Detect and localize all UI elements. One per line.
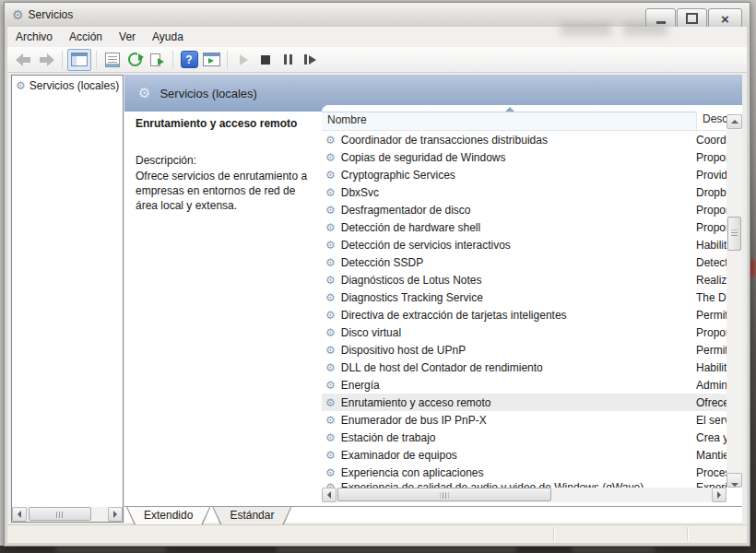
stop-service-icon — [261, 55, 270, 65]
view-tab[interactable]: Extendido — [126, 507, 210, 525]
service-row[interactable]: ⚙ Coordinador de transacciones distribui… — [322, 131, 726, 148]
service-row[interactable]: ⚙ Directiva de extracción de tarjetas in… — [322, 306, 726, 324]
service-name: Enumerador de bus IP PnP-X — [341, 414, 487, 427]
service-description: Dropbox — [696, 186, 726, 199]
refresh-button[interactable] — [124, 50, 146, 70]
tree-item-services-local[interactable]: ⚙ Servicios (locales) — [12, 76, 123, 94]
view-tabs: Extendido Estándar — [124, 506, 742, 526]
properties-button[interactable] — [101, 50, 124, 70]
stop-service-button[interactable] — [254, 50, 277, 70]
service-row[interactable]: ⚙ DbxSvc Dropbox — [322, 183, 726, 201]
service-name: Detección de hardware shell — [341, 221, 480, 234]
column-header-nombre[interactable]: Nombre — [322, 112, 696, 130]
toolbar: ? — [7, 47, 747, 73]
scroll-left-button[interactable] — [322, 488, 337, 502]
service-row[interactable]: ⚙ Energía Administra — [322, 376, 726, 394]
scroll-left-button[interactable] — [12, 507, 27, 522]
show-extended-view-button[interactable] — [200, 50, 222, 70]
service-name: DLL de host del Contador de rendimiento — [341, 361, 543, 374]
service-row[interactable]: ⚙ Disco virtual Proporci — [322, 324, 726, 341]
service-row[interactable]: ⚙ Dispositivo host de UPnP Permite — [322, 341, 726, 359]
scrollbar-track[interactable] — [337, 488, 712, 502]
restart-service-icon — [304, 54, 316, 65]
banner-title: Servicios (locales) — [159, 87, 256, 100]
service-name-cell: ⚙ Energía — [322, 379, 696, 392]
help-icon: ? — [181, 51, 198, 68]
service-row[interactable]: ⚙ Copias de seguridad de Windows Proporc… — [322, 148, 726, 166]
scroll-right-button[interactable] — [108, 507, 123, 522]
service-description: Proporci — [696, 151, 726, 164]
work-area: ⚙ Servicios (locales) ⚙ Servicios (local… — [7, 73, 747, 524]
service-row[interactable]: ⚙ DLL de host del Contador de rendimient… — [322, 359, 726, 376]
scroll-up-icon — [731, 120, 738, 124]
service-row[interactable]: ⚙ Detección SSDP Detecta — [322, 253, 726, 271]
service-row[interactable]: ⚙ Desfragmentador de disco Proporci — [322, 201, 726, 218]
menu-item[interactable]: Ayuda — [144, 28, 192, 46]
restart-service-button[interactable] — [299, 50, 321, 70]
service-row[interactable]: ⚙ Diagnostics Tracking Service The Diag — [322, 288, 726, 306]
help-button[interactable]: ? — [178, 50, 200, 70]
close-button[interactable]: × — [708, 8, 742, 29]
view-tab-label: Extendido — [144, 509, 193, 522]
background-bleed-smudge — [561, 23, 611, 35]
service-description: Coordina — [696, 134, 726, 147]
show-console-tree-button[interactable] — [67, 49, 91, 71]
window-title: Servicios — [29, 8, 74, 21]
menu-item[interactable]: Acción — [61, 28, 111, 46]
start-service-icon — [240, 54, 248, 65]
service-name: DbxSvc — [341, 186, 379, 199]
scroll-right-icon — [717, 491, 721, 499]
scrollbar-thumb[interactable] — [29, 507, 91, 521]
service-gear-icon: ⚙ — [325, 432, 336, 443]
tree-horizontal-scrollbar[interactable] — [12, 507, 123, 522]
list-horizontal-scrollbar[interactable] — [322, 488, 726, 502]
service-row[interactable]: ⚙ Diagnósticos de Lotus Notes Realiza — [322, 271, 726, 288]
service-description: Habilita — [696, 361, 726, 374]
column-header-descripcion[interactable]: Descripción — [696, 112, 726, 130]
service-name: Diagnostics Tracking Service — [341, 291, 483, 304]
menu-item[interactable]: Ver — [111, 28, 144, 46]
pause-service-button[interactable] — [277, 50, 299, 70]
tree-item-label: Servicios (locales) — [30, 79, 119, 92]
scroll-right-button[interactable] — [712, 488, 726, 502]
export-list-button[interactable] — [146, 50, 168, 70]
service-row[interactable]: ⚙ Experiencia con aplicaciones Procesa — [322, 464, 726, 481]
taskbar-smudge — [277, 547, 516, 551]
service-name: Diagnósticos de Lotus Notes — [341, 274, 482, 287]
scroll-up-button[interactable] — [726, 114, 742, 129]
service-row[interactable]: ⚙ Estación de trabajo Crea y m — [322, 429, 726, 446]
service-row[interactable]: ⚙ Enrutamiento y acceso remoto Ofrece se — [322, 394, 726, 411]
service-row[interactable]: ⚙ Cryptographic Services Provides — [322, 166, 726, 183]
service-row[interactable]: ⚙ Detección de hardware shell Proporci — [322, 218, 726, 236]
scrollbar-thumb[interactable] — [337, 488, 551, 501]
service-row[interactable]: ⚙ Examinador de equipos Mantien — [322, 446, 726, 464]
view-tab[interactable]: Estándar — [212, 507, 291, 525]
service-name-cell: ⚙ Experiencia con aplicaciones — [322, 466, 696, 479]
scrollbar-track[interactable] — [27, 507, 108, 522]
menu-bar: ArchivoAcciónVerAyuda — [7, 27, 747, 48]
menu-item[interactable]: Archivo — [7, 28, 61, 46]
list-vertical-scrollbar[interactable] — [726, 114, 742, 488]
start-service-button[interactable] — [232, 50, 254, 70]
service-name: Dispositivo host de UPnP — [341, 344, 466, 357]
services-gear-icon: ⚙ — [16, 80, 26, 91]
service-name-cell: ⚙ DbxSvc — [322, 186, 696, 199]
service-gear-icon: ⚙ — [325, 170, 336, 181]
forward-button[interactable] — [35, 50, 57, 70]
scrollbar-thumb[interactable] — [727, 217, 741, 251]
maximize-button[interactable] — [677, 8, 707, 29]
service-name-cell: ⚙ Copias de seguridad de Windows — [322, 151, 696, 164]
service-row[interactable]: ⚙ Detección de servicios interactivos Ha… — [322, 236, 726, 253]
service-name-cell: ⚙ Directiva de extracción de tarjetas in… — [322, 309, 696, 322]
service-name: Examinador de equipos — [341, 449, 457, 462]
service-gear-icon: ⚙ — [325, 415, 336, 426]
export-list-icon — [149, 53, 164, 66]
description-text: Ofrece servicios de enrutamiento a empre… — [136, 169, 311, 213]
scroll-down-button[interactable] — [726, 473, 742, 488]
scroll-left-icon — [327, 491, 331, 499]
service-row[interactable]: ⚙ Experiencia de calidad de audio y vide… — [322, 481, 726, 488]
service-description: Proporci — [696, 221, 726, 234]
service-name-cell: ⚙ Disco virtual — [322, 326, 696, 339]
back-button[interactable] — [13, 50, 35, 70]
service-row[interactable]: ⚙ Enumerador de bus IP PnP-X El servic — [322, 411, 726, 429]
